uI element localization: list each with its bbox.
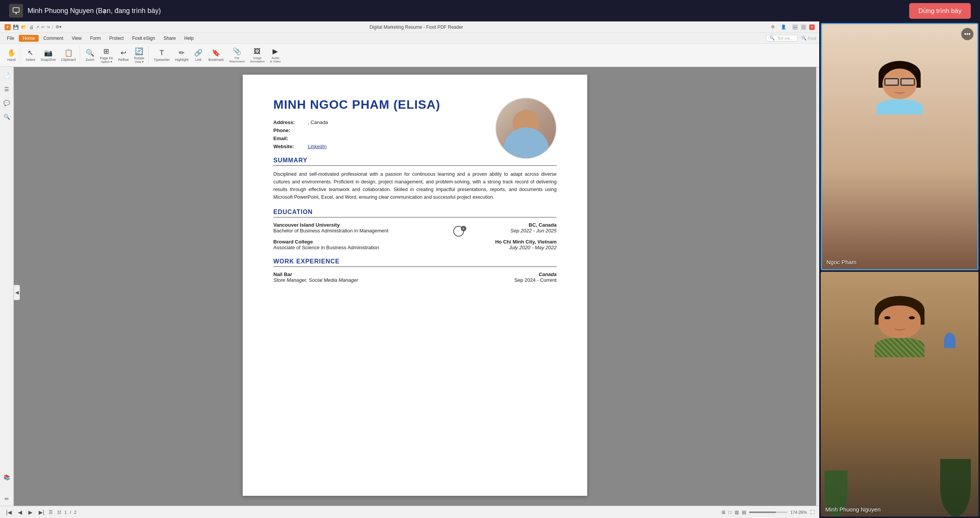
page-navigation: |◀ ◀ ▶ ▶| ☰ ⊡ 1 / 2	[5, 508, 77, 516]
ngoc-face	[882, 69, 917, 99]
quick-save-icon[interactable]: 💾	[13, 25, 19, 30]
tool-group-text: T Typewriter ✏ Highlight 🔗 Link 🔖 Bookma…	[150, 46, 285, 64]
quick-open-icon[interactable]: 📂	[21, 25, 27, 30]
find-box[interactable]: 🔍 Find	[801, 36, 816, 41]
quick-customize-icon[interactable]: ⚙▾	[56, 25, 62, 29]
select-icon: ↖	[28, 49, 33, 57]
zoom-level: 174.26%	[791, 510, 807, 515]
pdf-content-area[interactable]: MINH NGOC PHAM (ELISA) Address: , Canada…	[14, 67, 816, 518]
collapse-sidebar-button[interactable]: ◀	[14, 285, 20, 300]
menu-home[interactable]: Home	[19, 35, 39, 42]
reflow-tool[interactable]: ↩ Reflow	[116, 46, 131, 64]
scroll-btn[interactable]: ▤	[742, 510, 746, 515]
tool-group-hand: ✋ Hand	[3, 46, 20, 64]
next-page-button[interactable]: ▶	[27, 508, 34, 516]
address-label: Address:	[273, 119, 308, 125]
email-label: Email:	[273, 136, 308, 141]
foxit-account-btn[interactable]: 👤	[781, 25, 786, 29]
sidebar-comment-tool[interactable]: 💬	[2, 98, 12, 108]
close-button[interactable]: ✕	[809, 25, 815, 30]
sidebar-bookmark-tool[interactable]: ☰	[2, 84, 12, 95]
last-page-button[interactable]: ▶|	[37, 508, 46, 516]
website-link[interactable]: LinkedIn	[308, 144, 327, 149]
tell-me-box[interactable]: 🔍 Tell me...	[766, 35, 797, 41]
quick-sep: |	[52, 25, 53, 29]
ngoc-pham-name: Ngoc Pham	[826, 259, 856, 265]
work-role-1: Store Manager, Social Media Manager	[273, 277, 358, 283]
continuous-scroll-btn[interactable]: ☰	[49, 510, 53, 515]
pdf-viewer: F 💾 📂 🖨 ↗ ↩ ↪ | ⚙▾ Digital Marketing Res…	[0, 21, 819, 518]
zoom-tool[interactable]: 🔍 Zoom	[83, 46, 97, 64]
stop-present-button[interactable]: Dừng trình bày	[909, 3, 971, 19]
menu-file[interactable]: File	[3, 35, 18, 42]
menu-view[interactable]: View	[68, 35, 85, 42]
ngoc-glasses	[884, 78, 915, 86]
prev-page-button[interactable]: ◀	[16, 508, 24, 516]
minimize-button[interactable]: —	[792, 25, 798, 30]
work-section-title: WORK EXPERIENCE	[273, 258, 557, 265]
rotate-tool[interactable]: 🔄 Rotate View ▾	[132, 46, 147, 64]
first-page-button[interactable]: |◀	[5, 508, 13, 516]
work-company-1: Nail Bar	[273, 271, 292, 277]
snapshot-tool[interactable]: 📷 SnapShot	[38, 46, 58, 64]
work-location-1: Canada	[539, 271, 557, 277]
single-page-btn[interactable]: □	[728, 510, 731, 515]
minh-eye-left	[884, 316, 890, 319]
link-tool[interactable]: 🔗 Link	[191, 46, 205, 64]
address-value: , Canada	[308, 119, 328, 125]
ngoc-shirt	[877, 99, 923, 114]
quick-redo-icon[interactable]: ↪	[47, 25, 50, 29]
minh-shelf-item	[944, 333, 956, 348]
menu-help[interactable]: Help	[180, 35, 198, 42]
audio-video-tool[interactable]: ▶ Audio& Video	[268, 46, 283, 64]
quick-share-icon[interactable]: ↗	[36, 25, 39, 29]
sidebar-hand-tool[interactable]: 📄	[2, 70, 12, 81]
video-tile-ngoc-pham: ••• Ngoc Pham	[821, 23, 978, 270]
menu-share[interactable]: Share	[160, 35, 180, 42]
edu-location-2: Ho Chi Minh City, Vietnam	[495, 239, 557, 245]
ngoc-pham-video-bg	[822, 24, 977, 269]
menu-comment[interactable]: Comment	[39, 35, 67, 42]
foxit-settings-btn[interactable]: ⚙	[771, 25, 775, 29]
ngoc-pham-more-button[interactable]: •••	[961, 28, 973, 40]
two-page-btn[interactable]: ▥	[735, 510, 739, 515]
fullscreen-btn[interactable]: ⛶	[810, 510, 815, 515]
edu-row-1-top: Vancouver Island University BC, Canada	[273, 222, 557, 228]
education-divider	[273, 217, 557, 217]
menu-form[interactable]: Form	[86, 35, 105, 42]
bookmark-tool[interactable]: 🔖 Bookmark	[206, 46, 226, 64]
minh-face	[879, 306, 921, 338]
edu-dates-2: July 2020 - May 2022	[509, 245, 557, 250]
select-tool[interactable]: ↖ Select	[23, 46, 38, 64]
view-options-btn[interactable]: ⊞	[722, 510, 725, 515]
quick-undo-icon[interactable]: ↩	[41, 25, 44, 29]
minh-video-bg	[821, 272, 978, 517]
sidebar-sign-tool[interactable]: ✏	[2, 493, 12, 504]
foxit-toolbar-container: F 💾 📂 🖨 ↗ ↩ ↪ | ⚙▾ Digital Marketing Res…	[0, 21, 819, 67]
image-ann-icon: 🖼	[254, 47, 261, 56]
pdf-status-bar: |◀ ◀ ▶ ▶| ☰ ⊡ 1 / 2 ⊞ □ ▥ ▤	[0, 506, 819, 518]
clipboard-tool[interactable]: 📋 Clipboard	[59, 46, 78, 64]
hand-tool[interactable]: ✋ Hand	[5, 46, 18, 64]
file-attach-tool[interactable]: 📎 FileAttachment	[227, 46, 247, 64]
menu-protect[interactable]: Protect	[105, 35, 127, 42]
typewriter-tool[interactable]: T Typewriter	[152, 46, 172, 64]
bookmark-icon: 🔖	[212, 49, 220, 57]
resume-photo	[495, 98, 557, 159]
page-current: 1	[64, 510, 67, 515]
page-fit-tool[interactable]: ⊞ Page Fit Option ▾	[98, 46, 115, 64]
sidebar-search-tool[interactable]: 🔍	[2, 111, 12, 122]
highlight-tool[interactable]: ✏ Highlight	[173, 46, 191, 64]
quick-print-icon[interactable]: 🖨	[29, 25, 34, 30]
svg-rect-0	[13, 8, 19, 12]
tell-me-input: Tell me...	[777, 36, 794, 41]
image-ann-tool[interactable]: 🖼 ImageAnnotation	[248, 46, 267, 64]
video-sidebar: ••• Ngoc Pham	[819, 21, 980, 518]
page-fit-status-btn[interactable]: ⊡	[57, 510, 61, 515]
maximize-button[interactable]: □	[801, 25, 806, 30]
edu-institution-1: Vancouver Island University	[273, 222, 340, 228]
top-bar-left: Minh Phuong Nguyen (Bạn, đang trình bày)	[9, 4, 161, 18]
zoom-slider[interactable]	[749, 511, 787, 513]
sidebar-layers-tool[interactable]: 📚	[2, 472, 12, 483]
menu-foxit-esign[interactable]: Foxit eSign	[128, 35, 159, 42]
